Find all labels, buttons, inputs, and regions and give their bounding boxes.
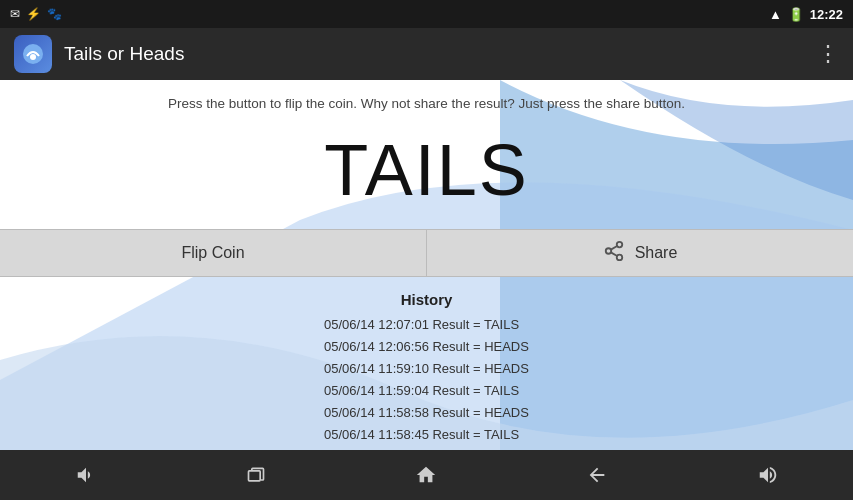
app-icon [14, 35, 52, 73]
share-icon [603, 240, 625, 267]
title-bar-left: Tails or Heads [14, 35, 184, 73]
title-bar: Tails or Heads ⋮ [0, 28, 853, 80]
app-title: Tails or Heads [64, 43, 184, 65]
history-item: 05/06/14 12:07:01 Result = TAILS [324, 314, 529, 336]
result-display: TAILS [0, 129, 853, 211]
history-section: History 05/06/14 12:07:01 Result = TAILS… [0, 277, 853, 447]
wifi-icon: ▲ [769, 7, 782, 22]
history-item: 05/06/14 11:58:58 Result = HEADS [324, 402, 529, 424]
overflow-menu-icon[interactable]: ⋮ [817, 41, 839, 67]
instruction-text: Press the button to flip the coin. Why n… [0, 80, 853, 111]
svg-point-1 [30, 54, 36, 60]
history-item: 05/06/14 11:59:10 Result = HEADS [324, 358, 529, 380]
share-button[interactable]: Share [427, 229, 853, 277]
history-item: 05/06/14 11:58:45 Result = TAILS [324, 424, 529, 446]
status-bar: ✉ ⚡ 🐾 ▲ 🔋 12:22 [0, 0, 853, 28]
status-bar-left: ✉ ⚡ 🐾 [10, 7, 62, 21]
share-button-label: Share [635, 244, 678, 262]
envelope-icon: ✉ [10, 7, 20, 21]
clock: 12:22 [810, 7, 843, 22]
svg-line-5 [611, 252, 617, 256]
svg-point-2 [616, 241, 622, 247]
status-bar-right: ▲ 🔋 12:22 [769, 7, 843, 22]
home-button[interactable] [395, 456, 457, 494]
buttons-row: Flip Coin Share [0, 229, 853, 277]
nav-bar [0, 450, 853, 500]
back-button[interactable] [566, 456, 628, 494]
history-list: 05/06/14 12:07:01 Result = TAILS05/06/14… [324, 314, 529, 447]
svg-rect-7 [248, 471, 260, 481]
usb-icon: ⚡ [26, 7, 41, 21]
svg-line-6 [611, 245, 617, 249]
svg-point-3 [605, 248, 611, 254]
battery-icon: 🔋 [788, 7, 804, 22]
history-item: 05/06/14 11:59:04 Result = TAILS [324, 380, 529, 402]
recent-apps-button[interactable] [226, 457, 286, 493]
volume-up-button[interactable] [737, 456, 799, 494]
svg-point-4 [616, 254, 622, 259]
flip-coin-button[interactable]: Flip Coin [0, 229, 427, 277]
history-title: History [401, 291, 453, 308]
cat-icon: 🐾 [47, 7, 62, 21]
history-item: 05/06/14 12:06:56 Result = HEADS [324, 336, 529, 358]
main-content: Press the button to flip the coin. Why n… [0, 80, 853, 450]
volume-down-button[interactable] [55, 456, 117, 494]
